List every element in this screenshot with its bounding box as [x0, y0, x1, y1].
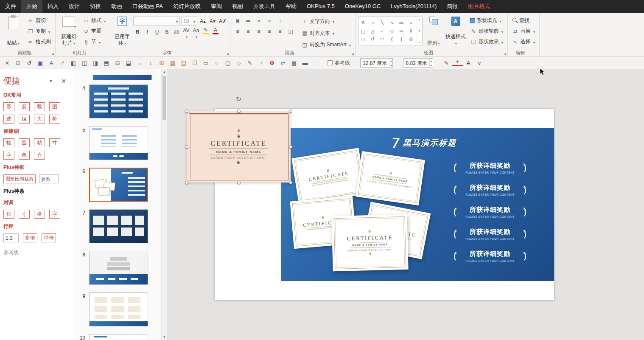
tab-home[interactable]: 开始 [21, 0, 42, 13]
panel-button[interactable]: 组 [19, 115, 30, 124]
resize-handle-s[interactable] [237, 181, 241, 184]
panel-button[interactable]: 寸 [19, 210, 30, 219]
resize-handle-n[interactable] [237, 110, 241, 113]
rectangle-shape-icon[interactable]: ▭ [200, 58, 211, 67]
paste-caret-icon[interactable] [17, 40, 20, 46]
tab-jianbao[interactable]: 简报 [442, 0, 463, 13]
align-left-icon[interactable]: ◧ [68, 58, 79, 67]
slide-thumbnail-6-selected[interactable] [89, 168, 148, 202]
shape-icon[interactable]: { [391, 37, 393, 42]
shape-icon[interactable]: ↺ [371, 37, 375, 42]
slide-thumbnail-10[interactable] [89, 334, 148, 340]
width-spinner-arrows[interactable]: ▴▾ [389, 59, 392, 67]
shape-icon[interactable]: ◠ [380, 37, 384, 42]
panel-button[interactable]: 字 [3, 151, 14, 160]
align-center-icon[interactable]: ◫ [79, 58, 90, 67]
convert-smartart-button[interactable]: ◫转换为 SmartArt [300, 40, 353, 50]
shape-icon[interactable]: ✣ [409, 37, 413, 42]
underline-button[interactable]: U [153, 28, 161, 36]
crop-icon[interactable]: ⊡ [13, 58, 24, 67]
param-input[interactable] [39, 174, 59, 183]
shapes-gallery[interactable]: ▴ ▾ ∨ A ⊿ ╲ ↘ ▭ ○ ▢ △ ⌐ ◇ [358, 17, 423, 45]
slide-thumbnail-5[interactable] [89, 126, 148, 160]
strikethrough-button[interactable]: ab [172, 28, 181, 36]
font-color-button[interactable]: A [211, 28, 220, 36]
resize-handle-e[interactable] [289, 145, 292, 149]
panel-button[interactable]: 字 [49, 210, 60, 219]
font-color-icon[interactable]: A [463, 58, 474, 67]
slide-thumbnail-8[interactable] [89, 251, 148, 285]
slide-thumbnail-partial[interactable] [93, 75, 152, 80]
shape-icon[interactable]: ◻ [361, 37, 365, 42]
resize-handle-w[interactable] [185, 145, 188, 149]
panel-button[interactable]: 大 [34, 115, 45, 124]
resize-handle-sw[interactable] [185, 181, 188, 184]
bold-button[interactable]: B [133, 28, 142, 36]
distribute-vertical-icon[interactable]: ↕ [145, 58, 156, 67]
shape-icon[interactable]: ⌐ [381, 29, 384, 34]
panel-close-icon[interactable]: ✕ [61, 78, 66, 84]
tab-insert[interactable]: 插入 [42, 0, 64, 13]
align-left-icon[interactable]: ≡ [233, 27, 242, 36]
palette-icon[interactable]: ❂ [266, 58, 277, 67]
font-name-combo[interactable] [133, 17, 180, 25]
text-direction-button[interactable]: ↕文字方向 [300, 17, 353, 26]
panel-dropdown-icon[interactable]: ▾ [50, 79, 52, 83]
resize-handle-nw[interactable] [185, 110, 188, 113]
selected-picture[interactable]: ♛ ❦ CERTIFICATE NAME & FAMILY NAME LOREM… [187, 111, 291, 183]
shape-outline-button[interactable]: ✎形状轮廓 [468, 26, 505, 36]
screen-icon[interactable]: ▬ [300, 58, 311, 67]
slide-canvas[interactable]: 黑马演示标题 所获详细奖励 PLEASE ENTER YOUR CONTENT [167, 69, 644, 340]
tab-animations[interactable]: 动画 [106, 0, 127, 13]
shape-icon[interactable]: ▢ [361, 29, 365, 34]
slide-thumbnail-4[interactable] [89, 84, 148, 118]
align-right-icon[interactable]: ◨ [90, 58, 101, 67]
shapes-gallery-scrollbar[interactable]: ▴ ▾ ∨ [417, 17, 422, 45]
clipboard-dialog-launcher-icon[interactable]: ◢ [52, 52, 54, 55]
award-item[interactable]: 所获详细奖励 PLEASE ENTER YOUR CONTENT [452, 158, 528, 177]
copy-button[interactable]: ❐复制 [25, 26, 53, 36]
tab-lvyhtools[interactable]: LvyhTools(201114) [386, 0, 442, 13]
table-icon[interactable]: ▦ [167, 58, 178, 67]
find-button[interactable]: 查找 [510, 16, 537, 25]
shape-fill-button[interactable]: 形状填充 [468, 16, 505, 25]
tab-help[interactable]: 帮助 [280, 0, 302, 13]
shape-icon[interactable]: A [361, 20, 364, 25]
height-spinner-arrows[interactable]: ▴▾ [429, 59, 433, 67]
align-text-button[interactable]: ▤对齐文本 [300, 28, 353, 38]
award-item[interactable]: 所获详细奖励 PLEASE ENTER YOUR CONTENT [452, 180, 528, 200]
line-spacing-input[interactable] [3, 233, 19, 242]
shape-icon[interactable]: ○ [409, 20, 412, 25]
panel-button[interactable]: 粘 [34, 138, 45, 147]
panel-button[interactable]: 补 [49, 115, 60, 124]
panel-button[interactable]: 选 [3, 115, 14, 124]
panel-button[interactable]: 格 [34, 210, 45, 219]
shape-icon[interactable]: ▭ [399, 20, 403, 25]
more-tools-icon[interactable]: ∨ [474, 58, 485, 67]
text-highlight-button[interactable]: ✎ [202, 28, 210, 36]
quick-styles-button[interactable]: 快速样式 [445, 14, 467, 48]
shape-effects-button[interactable]: ❑形状效果 [468, 37, 505, 47]
shape-icon[interactable]: ╲ [381, 20, 384, 25]
pen-icon[interactable]: ✎ [244, 58, 255, 67]
paste-button[interactable]: 粘贴 [3, 14, 24, 48]
pink-certificate-image[interactable]: ♛ ❦ CERTIFICATE NAME & FAMILY NAME LOREM… [187, 111, 291, 183]
panel-button[interactable]: 圆 [19, 138, 30, 147]
insert-textbox-icon[interactable]: A [46, 58, 57, 67]
align-top-icon[interactable]: ⬒ [101, 58, 112, 67]
tab-picture-format[interactable]: 图片格式 [463, 0, 495, 13]
align-center-icon[interactable]: ≡ [244, 27, 253, 36]
arrange-button[interactable]: 排列 [424, 14, 443, 48]
drawing-dialog-launcher-icon[interactable]: ◢ [504, 52, 506, 55]
swap-icon[interactable]: ⇄ [277, 58, 288, 67]
decrease-indent-icon[interactable]: « [254, 17, 263, 25]
tab-file[interactable]: 文件 [0, 0, 21, 13]
oval-shape-icon[interactable]: ○ [211, 58, 222, 67]
tab-view[interactable]: 视图 [227, 0, 248, 13]
numbering-icon[interactable]: ≔ [244, 17, 253, 25]
slide-title[interactable]: 黑马演示标题 [392, 138, 456, 149]
polygon-shape-icon[interactable]: ◇ [233, 58, 244, 67]
rotate-handle[interactable]: ↻ [236, 95, 241, 103]
panel-button[interactable]: 位 [3, 210, 14, 219]
increase-indent-icon[interactable]: » [265, 17, 274, 25]
